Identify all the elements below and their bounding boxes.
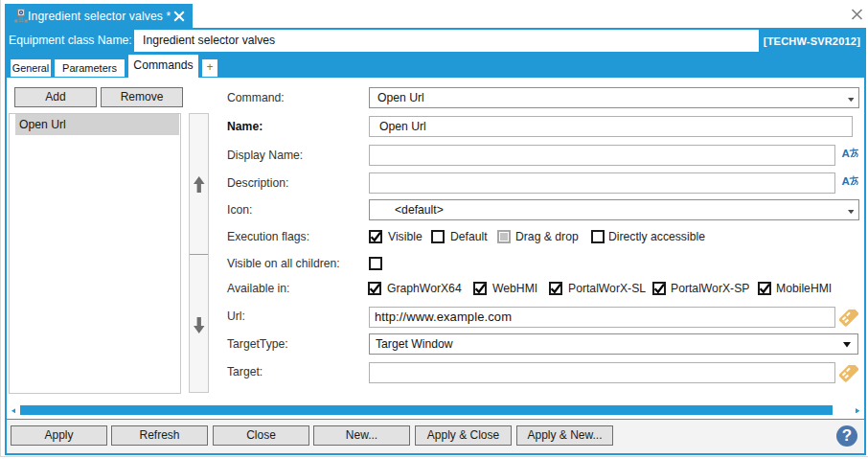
- svg-text:A: A: [841, 147, 850, 159]
- svg-text:A: A: [841, 174, 850, 187]
